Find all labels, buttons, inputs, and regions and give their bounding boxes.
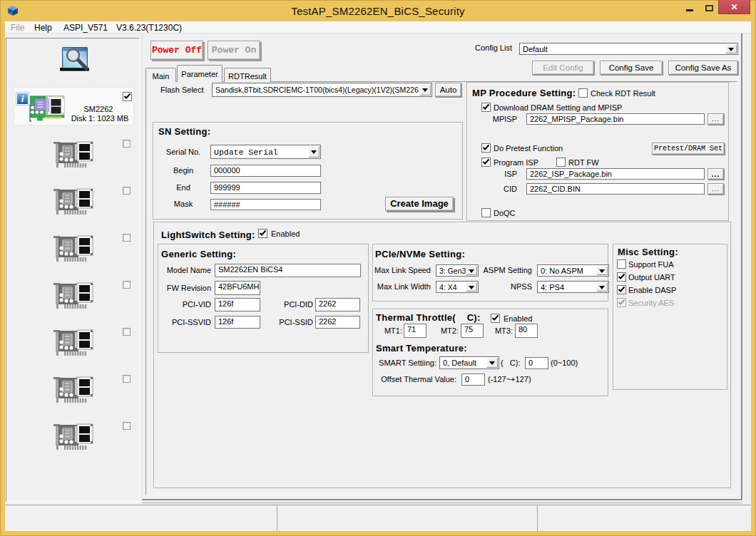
svg-text:i: i	[21, 93, 24, 104]
